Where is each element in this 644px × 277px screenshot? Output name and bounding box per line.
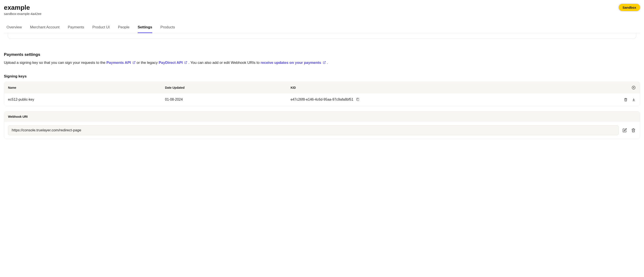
paydirect-api-link[interactable]: PayDirect API — [159, 61, 188, 65]
column-header-name: Name — [8, 86, 165, 89]
page-subtitle: sandbox-example-4a42ee — [4, 12, 41, 15]
tab-settings[interactable]: Settings — [138, 23, 152, 33]
svg-rect-6 — [357, 98, 359, 101]
download-icon — [632, 98, 636, 101]
tab-products[interactable]: Products — [160, 23, 175, 33]
table-row: ec512-public-key 01-08-2024 e47c26f8-e14… — [4, 93, 640, 106]
tab-overview[interactable]: Overview — [6, 23, 22, 33]
svg-line-1 — [186, 61, 187, 63]
page-title: example — [4, 4, 41, 11]
signing-keys-title: Signing keys — [4, 74, 640, 79]
column-header-kid: KID — [290, 86, 619, 89]
receive-updates-link-label: receive updates on your payments — [260, 61, 321, 65]
desc-text: or the legacy — [137, 61, 159, 65]
desc-text: . You can also add or edit Webhook URIs … — [188, 61, 260, 65]
column-header-date-updated: Date Updated — [165, 86, 290, 89]
paydirect-api-link-label: PayDirect API — [159, 61, 183, 65]
sandbox-badge[interactable]: Sandbox — [619, 4, 640, 11]
payments-api-link[interactable]: Payments API — [106, 61, 136, 65]
external-link-icon — [184, 61, 187, 64]
external-link-icon — [323, 61, 326, 64]
tab-product-ui[interactable]: Product UI — [92, 23, 110, 33]
edit-icon — [622, 128, 627, 132]
edit-webhook-button[interactable] — [622, 128, 627, 133]
tab-people[interactable]: People — [118, 23, 130, 33]
key-kid-cell: e47c26f8-e146-4c6d-95aa-97c9afa8bf51 — [290, 98, 354, 101]
external-link-icon — [132, 61, 136, 64]
svg-line-2 — [324, 61, 326, 63]
plus-circle-icon — [632, 86, 636, 90]
webhook-uri-input[interactable] — [8, 125, 619, 135]
svg-line-0 — [134, 61, 135, 63]
tab-merchant-account[interactable]: Merchant Account — [30, 23, 60, 33]
key-name-cell: ec512-public-key — [8, 98, 165, 101]
webhook-uri-card: Webhook URI — [4, 111, 640, 139]
download-key-button[interactable] — [632, 97, 636, 102]
add-key-button[interactable] — [631, 85, 636, 90]
payments-api-link-label: Payments API — [106, 61, 131, 65]
payments-settings-title: Payments settings — [4, 52, 640, 57]
delete-webhook-button[interactable] — [631, 128, 636, 133]
key-date-cell: 01-08-2024 — [165, 98, 290, 101]
trash-icon — [631, 128, 636, 132]
clipboard-icon — [356, 98, 360, 101]
copy-kid-button[interactable] — [356, 97, 360, 102]
previous-card-fragment — [8, 33, 636, 39]
delete-key-button[interactable] — [624, 97, 628, 102]
payments-settings-description: Upload a signing key so that you can sig… — [4, 60, 640, 66]
desc-text: . — [327, 61, 328, 65]
table-header-row: Name Date Updated KID — [4, 82, 640, 93]
receive-updates-link[interactable]: receive updates on your payments — [260, 61, 327, 65]
webhook-uri-title: Webhook URI — [4, 111, 640, 122]
tabs: Overview Merchant Account Payments Produ… — [4, 23, 640, 33]
trash-icon — [624, 98, 628, 101]
signing-keys-table: Name Date Updated KID ec512-public-key 0… — [4, 82, 640, 106]
tab-payments[interactable]: Payments — [68, 23, 84, 33]
desc-text: Upload a signing key so that you can sig… — [4, 61, 106, 65]
